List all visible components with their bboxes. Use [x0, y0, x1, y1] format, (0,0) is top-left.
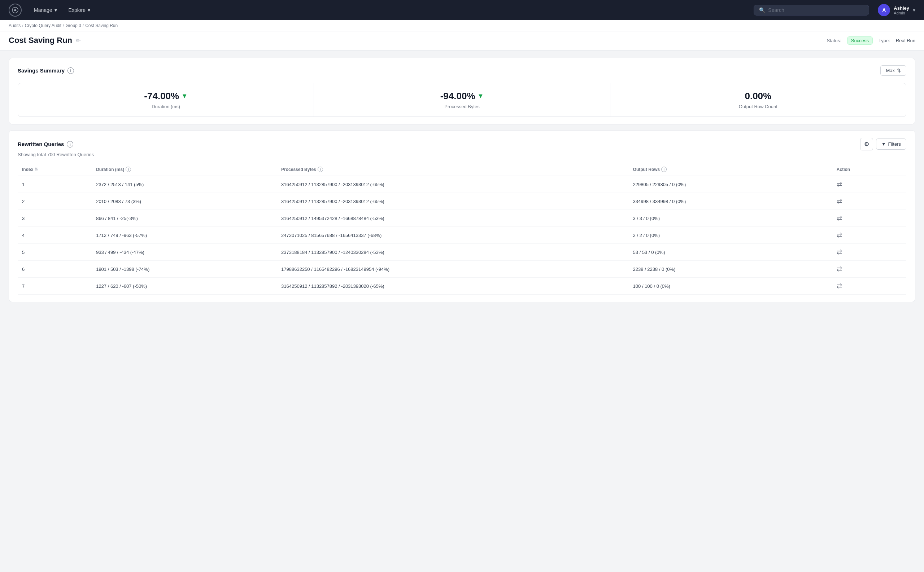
page-header: Cost Saving Run ✏ Status: Success Type: …: [0, 31, 924, 50]
nav-items: Manage ▾ Explore ▾: [29, 4, 751, 16]
duration-info-icon[interactable]: i: [126, 166, 131, 172]
table-body: 1 2372 / 2513 / 141 (5%) 3164250912 / 11…: [18, 176, 906, 295]
breadcrumb-group0[interactable]: Group 0: [65, 23, 81, 28]
explore-chevron-icon: ▾: [88, 7, 90, 13]
cell-rows: 53 / 53 / 0 (0%): [629, 244, 832, 261]
bytes-info-icon[interactable]: i: [318, 166, 323, 172]
breadcrumb-audits[interactable]: Audits: [9, 23, 20, 28]
th-index[interactable]: Index ⇅: [18, 163, 92, 176]
cell-action[interactable]: ⇄: [832, 261, 906, 278]
metric-duration-label: Duration (ms): [151, 104, 180, 109]
rewritten-queries-card: Rewritten Queries i ⚙ ▼ Filters Showing …: [9, 130, 915, 302]
nav-manage[interactable]: Manage ▾: [29, 4, 62, 16]
filter-label: Filters: [888, 141, 901, 147]
rows-info-icon[interactable]: i: [661, 166, 667, 172]
index-sort-icon: ⇅: [35, 167, 38, 172]
cell-rows: 2 / 2 / 0 (0%): [629, 227, 832, 244]
filter-icon: ▼: [881, 141, 886, 147]
queries-info-icon[interactable]: i: [67, 141, 73, 148]
edit-icon[interactable]: ✏: [76, 37, 81, 44]
search-bar[interactable]: 🔍: [754, 5, 869, 16]
savings-card-header: Savings Summary i Max ⇅: [18, 65, 906, 76]
gear-icon: ⚙: [864, 141, 869, 148]
cell-bytes: 2472071025 / 815657688 / -1656413337 (-6…: [277, 227, 629, 244]
metric-rows: 0.00% Output Row Count: [610, 83, 906, 117]
breadcrumb-bar: Audits / Crypto Query Audit / Group 0 / …: [0, 20, 924, 31]
type-value: Real Run: [896, 38, 915, 43]
nav-explore[interactable]: Explore ▾: [64, 4, 95, 16]
navbar: Manage ▾ Explore ▾ 🔍 A Ashley Admin ▾: [0, 0, 924, 20]
logo[interactable]: [9, 4, 22, 17]
cell-action[interactable]: ⇄: [832, 193, 906, 210]
max-button[interactable]: Max ⇅: [880, 65, 906, 76]
breadcrumb-sep-1: /: [22, 23, 23, 28]
action-icon[interactable]: ⇄: [837, 197, 842, 205]
breadcrumb-crypto[interactable]: Crypto Query Audit: [25, 23, 61, 28]
th-action: Action: [832, 163, 906, 176]
cell-index: 3: [18, 210, 92, 227]
breadcrumb: Audits / Crypto Query Audit / Group 0 / …: [9, 23, 915, 28]
cell-index: 7: [18, 278, 92, 295]
action-icon[interactable]: ⇄: [837, 266, 842, 273]
search-icon: 🔍: [759, 7, 765, 13]
filters-button[interactable]: ▼ Filters: [876, 138, 906, 150]
manage-chevron-icon: ▾: [55, 7, 57, 13]
cell-action[interactable]: ⇄: [832, 227, 906, 244]
table-row: 2 2010 / 2083 / 73 (3%) 3164250912 / 113…: [18, 193, 906, 210]
cell-bytes: 3164250912 / 1132857900 / -2031393012 (-…: [277, 193, 629, 210]
cell-bytes: 3164250912 / 1495372428 / -1668878484 (-…: [277, 210, 629, 227]
action-icon[interactable]: ⇄: [837, 249, 842, 256]
user-menu[interactable]: A Ashley Admin ▾: [878, 4, 915, 16]
cell-bytes: 2373188184 / 1132857900 / -1240330284 (-…: [277, 244, 629, 261]
queries-actions: ⚙ ▼ Filters: [860, 138, 906, 151]
cell-bytes: 17988632250 / 1165482296 / -16823149954 …: [277, 261, 629, 278]
duration-arrow-icon: ▼: [181, 92, 188, 100]
main-content: Savings Summary i Max ⇅ -74.00% ▼ Durati…: [0, 50, 924, 309]
cell-duration: 1712 / 749 / -963 (-57%): [92, 227, 277, 244]
cell-index: 5: [18, 244, 92, 261]
cell-index: 1: [18, 176, 92, 193]
cell-duration: 1901 / 503 / -1398 (-74%): [92, 261, 277, 278]
savings-info-icon[interactable]: i: [67, 67, 74, 74]
table-head: Index ⇅ Duration (ms) i: [18, 163, 906, 176]
metric-duration: -74.00% ▼ Duration (ms): [18, 83, 314, 117]
max-label: Max: [886, 68, 895, 73]
metric-bytes: -94.00% ▼ Processed Bytes: [314, 83, 610, 117]
queries-title: Rewritten Queries: [18, 141, 64, 147]
queries-subtitle: Showing total 700 Rewritten Queries: [18, 152, 906, 157]
cell-index: 6: [18, 261, 92, 278]
metric-rows-label: Output Row Count: [739, 104, 778, 109]
nav-manage-label: Manage: [34, 7, 52, 13]
cell-action[interactable]: ⇄: [832, 244, 906, 261]
cell-rows: 3 / 3 / 0 (0%): [629, 210, 832, 227]
username: Ashley: [894, 5, 909, 11]
action-icon[interactable]: ⇄: [837, 214, 842, 222]
search-input[interactable]: [768, 7, 864, 13]
page-title-row: Cost Saving Run ✏: [9, 36, 81, 45]
breadcrumb-current: Cost Saving Run: [85, 23, 118, 28]
status-label: Status:: [827, 38, 841, 43]
breadcrumb-sep-2: /: [63, 23, 64, 28]
cell-index: 4: [18, 227, 92, 244]
breadcrumb-sep-3: /: [83, 23, 84, 28]
cell-action[interactable]: ⇄: [832, 278, 906, 295]
metric-duration-value: -74.00% ▼: [144, 90, 188, 102]
queries-header-row: Rewritten Queries i ⚙ ▼ Filters: [18, 138, 906, 151]
cell-rows: 2238 / 2238 / 0 (0%): [629, 261, 832, 278]
cell-duration: 2010 / 2083 / 73 (3%): [92, 193, 277, 210]
bytes-arrow-icon: ▼: [478, 92, 484, 100]
table-row: 5 933 / 499 / -434 (-47%) 2373188184 / 1…: [18, 244, 906, 261]
user-chevron-icon: ▾: [913, 7, 915, 13]
avatar: A: [878, 4, 890, 16]
action-icon[interactable]: ⇄: [837, 282, 842, 290]
action-icon[interactable]: ⇄: [837, 181, 842, 188]
action-icon[interactable]: ⇄: [837, 232, 842, 239]
cell-bytes: 3164250912 / 1132857900 / -2031393012 (-…: [277, 176, 629, 193]
cell-action[interactable]: ⇄: [832, 210, 906, 227]
savings-summary-card: Savings Summary i Max ⇅ -74.00% ▼ Durati…: [9, 58, 915, 124]
cell-action[interactable]: ⇄: [832, 176, 906, 193]
cell-rows: 229805 / 229805 / 0 (0%): [629, 176, 832, 193]
cell-duration: 1227 / 620 / -607 (-50%): [92, 278, 277, 295]
table-row: 3 866 / 841 / -25(-3%) 3164250912 / 1495…: [18, 210, 906, 227]
settings-button[interactable]: ⚙: [860, 138, 873, 151]
